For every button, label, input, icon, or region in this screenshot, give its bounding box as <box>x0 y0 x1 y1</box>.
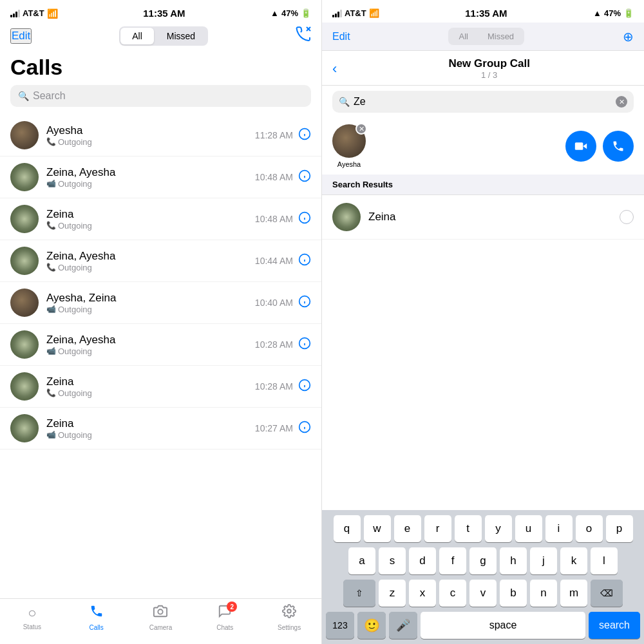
search-input[interactable] <box>354 96 612 108</box>
key-j[interactable]: j <box>530 547 557 574</box>
tab-calls[interactable]: Calls <box>77 604 116 631</box>
key-u[interactable]: u <box>515 515 542 542</box>
call-name-1: Zeina, Ayesha <box>46 166 247 179</box>
keyboard: q w e r t y u i o p a s d f g h j k l ⇧ … <box>322 510 644 644</box>
call-type-4: 📹 Outgoing <box>46 305 247 314</box>
battery-icon: 🔋 <box>301 8 311 18</box>
call-info-4: Ayesha, Zeina📹 Outgoing <box>46 292 247 314</box>
prev-screen: Edit All Missed ⊕ <box>322 23 644 51</box>
emoji-key[interactable]: 🙂 <box>357 612 386 639</box>
num-key[interactable]: 123 <box>326 612 354 639</box>
call-avatar-7 <box>10 414 39 442</box>
prev-tab-missed: Missed <box>478 29 523 44</box>
add-call-button[interactable] <box>296 26 311 46</box>
call-name-5: Zeina, Ayesha <box>46 334 247 346</box>
shift-key[interactable]: ⇧ <box>343 580 375 607</box>
info-button-1[interactable] <box>298 169 311 185</box>
right-battery-percent: 47% <box>604 8 621 18</box>
mic-key[interactable]: 🎤 <box>389 612 417 639</box>
key-d[interactable]: d <box>409 547 436 574</box>
key-z[interactable]: z <box>379 580 406 607</box>
search-key[interactable]: search <box>589 612 640 639</box>
key-t[interactable]: t <box>455 515 482 542</box>
search-icon: 🔍 <box>18 91 29 101</box>
select-zeina-radio[interactable] <box>620 210 634 224</box>
tab-camera[interactable]: Camera <box>141 604 180 631</box>
key-s[interactable]: s <box>379 547 406 574</box>
key-c[interactable]: c <box>439 580 466 607</box>
info-button-2[interactable] <box>298 211 311 227</box>
key-q[interactable]: q <box>334 515 361 542</box>
info-button-0[interactable] <box>298 128 311 144</box>
info-button-6[interactable] <box>298 379 311 395</box>
call-info-3: Zeina, Ayesha📞 Outgoing <box>46 250 247 272</box>
key-x[interactable]: x <box>409 580 436 607</box>
call-info-1: Zeina, Ayesha📹 Outgoing <box>46 166 247 189</box>
call-meta-3: 10:44 AM <box>255 253 311 269</box>
tab-settings[interactable]: Settings <box>270 604 308 631</box>
info-button-3[interactable] <box>298 253 311 269</box>
search-input-row: 🔍 ✕ <box>332 91 634 113</box>
audio-call-button[interactable] <box>603 131 634 162</box>
search-bar[interactable]: 🔍 Search <box>10 85 311 107</box>
call-type-2: 📞 Outgoing <box>46 221 247 231</box>
key-n[interactable]: n <box>530 580 557 607</box>
key-h[interactable]: h <box>500 547 527 574</box>
key-a[interactable]: a <box>348 547 375 574</box>
info-button-7[interactable] <box>298 421 311 437</box>
key-f[interactable]: f <box>439 547 466 574</box>
selected-contacts: ✕ Ayesha <box>322 118 644 175</box>
key-v[interactable]: v <box>469 580 497 607</box>
call-item-3[interactable]: Zeina, Ayesha📞 Outgoing10:44 AM <box>0 240 321 282</box>
info-button-4[interactable] <box>298 295 311 311</box>
key-k[interactable]: k <box>560 547 587 574</box>
key-y[interactable]: y <box>485 515 512 542</box>
delete-key[interactable]: ⌫ <box>591 580 623 607</box>
call-item-4[interactable]: Ayesha, Zeina📹 Outgoing10:40 AM <box>0 282 321 324</box>
key-r[interactable]: r <box>424 515 451 542</box>
carrier-area: AT&T 📶 <box>10 8 58 19</box>
call-meta-0: 11:28 AM <box>255 128 311 144</box>
chats-label: Chats <box>216 624 233 631</box>
status-label: Status <box>23 623 41 630</box>
call-item-6[interactable]: Zeina📞 Outgoing10:28 AM <box>0 366 321 408</box>
settings-icon <box>282 604 296 622</box>
call-item-2[interactable]: Zeina📞 Outgoing10:48 AM <box>0 198 321 240</box>
call-item-7[interactable]: Zeina📹 Outgoing10:27 AM <box>0 408 321 450</box>
call-type-6: 📞 Outgoing <box>46 388 247 398</box>
call-time-6: 10:28 AM <box>255 381 293 392</box>
space-key[interactable]: space <box>421 612 585 639</box>
wifi-icon: 📶 <box>47 8 58 19</box>
call-item-1[interactable]: Zeina, Ayesha📹 Outgoing10:48 AM <box>0 156 321 198</box>
clear-button[interactable]: ✕ <box>616 96 627 108</box>
key-i[interactable]: i <box>545 515 573 542</box>
key-w[interactable]: w <box>364 515 391 542</box>
prev-edit-label: Edit <box>332 31 350 43</box>
key-g[interactable]: g <box>469 547 497 574</box>
result-item-zeina[interactable]: Zeina <box>322 195 644 240</box>
key-m[interactable]: m <box>560 580 587 607</box>
key-l[interactable]: l <box>591 547 618 574</box>
call-avatar-2 <box>10 205 39 233</box>
call-info-6: Zeina📞 Outgoing <box>46 375 247 398</box>
key-e[interactable]: e <box>394 515 421 542</box>
call-item-0[interactable]: Ayesha📞 Outgoing11:28 AM <box>0 115 321 156</box>
back-button[interactable]: ‹ <box>332 61 337 77</box>
tab-missed[interactable]: Missed <box>155 28 207 44</box>
video-call-button[interactable] <box>565 131 596 162</box>
call-time-2: 10:48 AM <box>255 214 293 224</box>
key-p[interactable]: p <box>606 515 633 542</box>
key-b[interactable]: b <box>500 580 527 607</box>
call-time-5: 10:28 AM <box>255 339 293 350</box>
key-o[interactable]: o <box>576 515 603 542</box>
tab-all[interactable]: All <box>120 28 154 44</box>
info-button-5[interactable] <box>298 337 311 353</box>
tab-chats[interactable]: 2 Chats <box>205 604 244 631</box>
remove-ayesha-button[interactable]: ✕ <box>355 123 367 135</box>
edit-button[interactable]: Edit <box>10 28 32 44</box>
modal-subtitle: 1 / 3 <box>345 70 634 80</box>
right-battery-area: ▲ 47% 🔋 <box>593 8 634 18</box>
tab-status[interactable]: ○ Status <box>13 605 52 630</box>
call-item-5[interactable]: Zeina, Ayesha📹 Outgoing10:28 AM <box>0 324 321 366</box>
call-action-buttons <box>565 131 634 162</box>
